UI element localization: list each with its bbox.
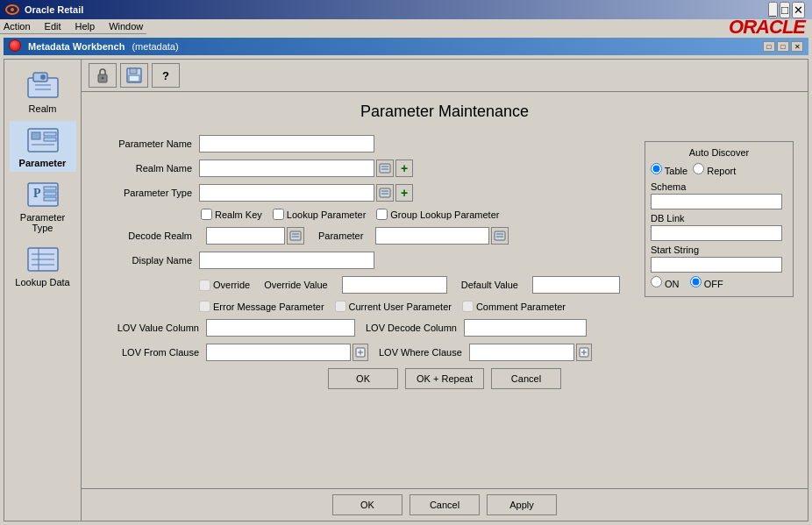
report-radio-label: Report xyxy=(693,163,736,176)
sub-window-subtitle: (metadata) xyxy=(132,41,178,52)
realm-name-add-button[interactable]: + xyxy=(395,160,413,177)
decode-realm-group xyxy=(206,227,304,245)
svg-rect-8 xyxy=(32,132,40,139)
sidebar-item-parameter-type[interactable]: P Parameter Type xyxy=(10,175,76,237)
app-window: Oracle Retail _ □ ✕ Action Edit Help Win… xyxy=(0,0,812,525)
override-value-input[interactable] xyxy=(342,276,447,294)
decode-realm-list-button[interactable] xyxy=(287,227,304,245)
table-radio-label: Table xyxy=(651,163,687,176)
off-radio-label: OFF xyxy=(690,276,723,289)
realm-key-label: Realm Key xyxy=(201,209,262,220)
error-checkbox-row: Error Message Parameter Current User Par… xyxy=(199,301,794,312)
realm-key-checkbox[interactable] xyxy=(201,209,212,220)
display-name-input[interactable] xyxy=(199,252,374,269)
table-radio[interactable] xyxy=(651,163,662,174)
lookup-data-label: Lookup Data xyxy=(15,277,69,287)
error-message-parameter-checkbox[interactable] xyxy=(199,301,210,312)
menu-area: Action Edit Help Window ORACLE xyxy=(0,19,812,34)
auto-discover-panel: Auto Discover Table Report Schema DB xyxy=(645,141,794,297)
svg-rect-9 xyxy=(44,132,56,136)
lov-value-column-row: LOV Value Column LOV Decode Column xyxy=(96,319,794,337)
start-string-input[interactable] xyxy=(651,257,782,273)
sub-title-left: Metadata Workbench (metadata) xyxy=(9,39,179,53)
group-lookup-parameter-checkbox[interactable] xyxy=(376,209,388,220)
report-radio[interactable] xyxy=(693,163,704,174)
lov-from-clause-row: LOV From Clause LOV Where Clause xyxy=(96,344,794,361)
form-area: Parameter Maintenance Auto Discover Tabl… xyxy=(82,92,808,488)
menu-action[interactable]: Action xyxy=(4,21,31,32)
lock-button[interactable] xyxy=(89,63,117,88)
parameter-type-add-button[interactable]: + xyxy=(395,184,413,202)
bottom-cancel-button[interactable]: Cancel xyxy=(410,494,480,515)
parameter-input[interactable] xyxy=(375,227,489,245)
form-title: Parameter Maintenance xyxy=(96,103,794,121)
parameter-type-input[interactable] xyxy=(199,184,374,202)
sidebar-item-lookup-data[interactable]: Lookup Data xyxy=(10,240,76,291)
default-value-input[interactable] xyxy=(532,276,620,294)
lookup-parameter-checkbox[interactable] xyxy=(273,209,284,220)
parameter-group xyxy=(375,227,509,245)
bottom-apply-button[interactable]: Apply xyxy=(487,494,557,515)
db-link-input[interactable] xyxy=(651,225,782,241)
sidebar: Realm Parameter xyxy=(4,59,81,521)
parameter-type-list-button[interactable] xyxy=(376,184,394,202)
comment-parameter-label: Comment Parameter xyxy=(462,301,566,312)
decode-realm-input[interactable] xyxy=(206,227,285,245)
bottom-ok-button[interactable]: OK xyxy=(332,494,402,515)
lov-decode-column-label: LOV Decode Column xyxy=(366,323,457,333)
save-button[interactable] xyxy=(120,63,148,88)
current-user-parameter-checkbox[interactable] xyxy=(335,301,346,312)
sub-title-controls: □ □ ✕ xyxy=(763,41,803,52)
lov-where-clause-expand-button[interactable] xyxy=(576,344,592,361)
lov-value-column-input[interactable] xyxy=(206,319,355,337)
sub-maximize-button[interactable]: □ xyxy=(777,41,789,52)
title-bar: Oracle Retail _ □ ✕ xyxy=(0,0,812,19)
default-value-label: Default Value xyxy=(461,280,518,290)
sub-close-button[interactable]: ✕ xyxy=(791,41,803,52)
svg-rect-33 xyxy=(290,231,301,240)
realm-name-list-button[interactable] xyxy=(376,160,394,177)
sidebar-item-realm[interactable]: Realm xyxy=(10,67,76,117)
on-radio[interactable] xyxy=(651,276,662,287)
toolbar: ? xyxy=(82,60,808,92)
lov-decode-column-input[interactable] xyxy=(464,319,587,337)
svg-rect-27 xyxy=(380,164,390,173)
sub-minimize-button[interactable]: □ xyxy=(763,41,775,52)
sidebar-item-parameter[interactable]: Parameter xyxy=(10,121,76,172)
menu-window[interactable]: Window xyxy=(109,21,143,32)
parameter-type-group: + xyxy=(199,184,413,202)
menu-help[interactable]: Help xyxy=(75,21,96,32)
title-bar-left: Oracle Retail xyxy=(5,3,83,17)
realm-name-input[interactable] xyxy=(199,160,374,177)
parameter-label: Parameter xyxy=(19,158,67,168)
error-message-parameter-label: Error Message Parameter xyxy=(199,301,324,312)
ok-button[interactable]: OK xyxy=(328,368,398,389)
help-button[interactable]: ? xyxy=(152,63,180,88)
current-user-parameter-label: Current User Parameter xyxy=(335,301,452,312)
svg-text:P: P xyxy=(33,187,41,200)
sub-window-title: Metadata Workbench xyxy=(28,41,125,52)
cancel-button[interactable]: Cancel xyxy=(491,368,561,389)
lov-from-clause-expand-button[interactable] xyxy=(353,344,368,361)
on-off-row: ON OFF xyxy=(651,276,787,291)
lookup-parameter-label: Lookup Parameter xyxy=(273,209,367,220)
decode-realm-label: Decode Realm xyxy=(96,231,192,241)
off-radio[interactable] xyxy=(690,276,702,287)
lov-from-clause-input[interactable] xyxy=(206,344,351,361)
schema-input[interactable] xyxy=(651,194,782,209)
auto-discover-title: Auto Discover xyxy=(651,147,787,158)
main-panel: ? Parameter Maintenance Auto Discover Ta… xyxy=(81,59,808,521)
content-area: Realm Parameter xyxy=(4,59,808,521)
display-name-label: Display Name xyxy=(96,255,192,266)
lov-value-column-label: LOV Value Column xyxy=(96,323,199,333)
override-checkbox[interactable] xyxy=(199,280,210,291)
lov-where-clause-input[interactable] xyxy=(469,344,574,361)
parameter-type-label: Parameter Type xyxy=(13,212,73,233)
comment-parameter-checkbox[interactable] xyxy=(462,301,474,312)
menu-edit[interactable]: Edit xyxy=(45,21,61,32)
parameter-name-input[interactable] xyxy=(199,135,374,153)
parameter-list-button[interactable] xyxy=(491,227,509,245)
parameter-type-icon: P xyxy=(25,179,61,210)
form-button-row: OK OK + Repeat Cancel xyxy=(96,368,794,389)
ok-repeat-button[interactable]: OK + Repeat xyxy=(405,368,484,389)
